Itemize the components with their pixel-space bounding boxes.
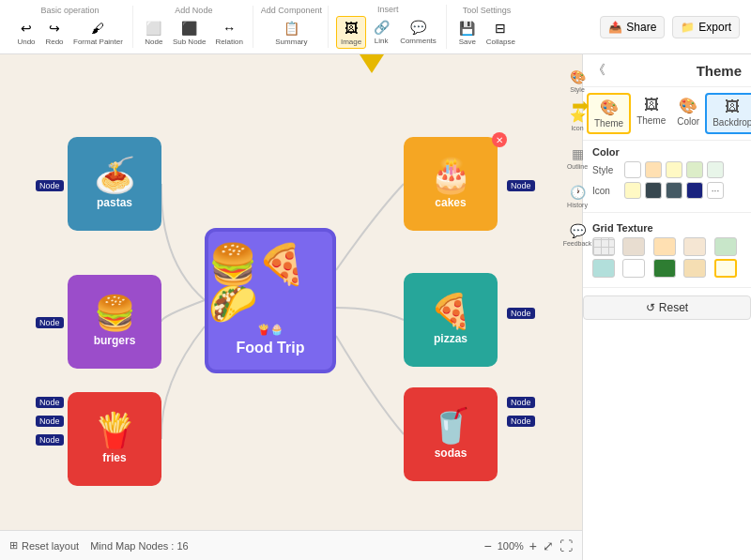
toolbar-group-addnode: Add Node ⬜ Node ⬛ Sub Node ↔ Relation — [135, 6, 253, 48]
image-button[interactable]: 🖼 Image — [336, 16, 366, 49]
style-swatch-2[interactable] — [666, 161, 682, 178]
style-side-icon[interactable]: 🎨 Style — [570, 69, 586, 93]
status-node-count: Mind Map Nodes : 16 — [90, 540, 189, 552]
pizzas-node[interactable]: 🍕 pizzas — [404, 273, 498, 367]
share-button[interactable]: 📤 Share — [600, 16, 665, 38]
share-icon: 📤 — [608, 21, 622, 34]
save-button[interactable]: 💾 Save — [454, 17, 481, 48]
style-swatch-3[interactable] — [686, 161, 703, 178]
theme-tab-label: Theme — [594, 118, 623, 129]
theme2-tab-label: Theme — [636, 115, 666, 126]
style-swatch-4[interactable] — [707, 161, 724, 178]
texture-swatch-4[interactable] — [714, 237, 737, 256]
save-label: Save — [459, 38, 476, 46]
cakes-emoji: 🎂 — [430, 159, 472, 192]
link-button[interactable]: 🔗 Link — [368, 16, 394, 49]
central-node[interactable]: 🍔🍕🌮 🍟🧁 Food Trip — [205, 228, 336, 373]
undo-button[interactable]: ↩ Undo — [13, 17, 39, 48]
node-badge-fries1[interactable]: Node — [36, 397, 64, 408]
canvas: 🍝 pastas 🍔 burgers 🍟 fries 🍔🍕🌮 🍟🧁 Food T… — [0, 54, 582, 560]
style-icon-label: Style — [570, 86, 585, 93]
style-swatch-0[interactable] — [624, 161, 641, 178]
node-badge-sodas1[interactable]: Node — [507, 397, 535, 408]
icon-swatch-0[interactable] — [624, 182, 641, 199]
style-label: Style — [592, 165, 621, 175]
export-label: Export — [698, 21, 731, 34]
texture-swatch-0[interactable] — [592, 237, 615, 256]
toolbar-group-tools-label: Tool Settings — [463, 6, 512, 15]
toolbar-group-addnode-label: Add Node — [175, 6, 212, 15]
node-badge-fries2[interactable]: Node — [36, 416, 64, 427]
pizzas-label: pizzas — [434, 332, 467, 345]
fit-view-icon[interactable]: ⤢ — [543, 538, 554, 553]
undo-label: Undo — [17, 38, 35, 46]
sodas-node[interactable]: 🥤 sodas — [404, 387, 498, 481]
zoom-level: 100% — [498, 540, 524, 552]
texture-swatch-5[interactable] — [592, 259, 615, 278]
grid-texture-title: Grid Texture — [592, 222, 742, 234]
node-button[interactable]: ⬜ Node — [141, 17, 167, 48]
texture-swatch-1[interactable] — [622, 237, 645, 256]
sub-node-button[interactable]: ⬛ Sub Node — [169, 17, 210, 48]
side-icons: 🎨 Style ⭐ Icon ▦ Outline 🕐 History 💬 Fee… — [567, 54, 588, 247]
fullscreen-icon[interactable]: ⛶ — [559, 538, 573, 553]
zoom-out-button[interactable]: − — [483, 538, 491, 553]
texture-swatch-8[interactable] — [683, 259, 706, 278]
theme-tab-icon: 🎨 — [600, 98, 619, 116]
export-button[interactable]: 📁 Export — [672, 16, 740, 38]
export-icon: 📁 — [681, 21, 695, 34]
panel-collapse-button[interactable]: 《 — [592, 62, 605, 79]
node-badge-cakes[interactable]: Node — [507, 180, 535, 191]
sub-node-label: Sub Node — [173, 38, 207, 46]
zoom-control: − 100% + ⤢ ⛶ — [483, 538, 573, 553]
tab-theme2[interactable]: 🖼 Theme — [631, 93, 671, 134]
collapse-label: Collapse — [486, 38, 515, 46]
format-painter-button[interactable]: 🖌 Format Painter — [69, 17, 127, 48]
pizzas-emoji: 🍕 — [430, 295, 472, 328]
node-badge-pizzas[interactable]: Node — [507, 308, 535, 319]
reset-layout-icon: ⊞ — [9, 539, 18, 552]
history-icon-label: History — [567, 202, 588, 208]
texture-swatch-7[interactable] — [653, 259, 676, 278]
burgers-node[interactable]: 🍔 burgers — [68, 275, 161, 369]
color-tab-label: Color — [677, 116, 699, 127]
relation-button[interactable]: ↔ Relation — [212, 17, 247, 48]
texture-swatch-6[interactable] — [622, 259, 645, 278]
pastas-node[interactable]: 🍝 pastas — [68, 137, 161, 231]
zoom-in-button[interactable]: + — [529, 538, 537, 553]
reset-button[interactable]: ↺ Reset — [583, 295, 751, 320]
node-badge-sodas2[interactable]: Node — [507, 416, 535, 427]
icon-swatch-2[interactable] — [666, 182, 682, 199]
icon-swatch-1[interactable] — [645, 182, 662, 199]
fries-node[interactable]: 🍟 fries — [68, 392, 161, 486]
status-reset-layout[interactable]: ⊞ Reset layout — [9, 539, 79, 552]
format-painter-icon: 🖌 — [88, 19, 107, 38]
texture-swatch-2[interactable] — [653, 237, 676, 256]
outline-side-icon[interactable]: ▦ Outline — [567, 146, 588, 170]
feedback-side-icon[interactable]: 💬 Feedback — [563, 223, 592, 247]
collapse-button[interactable]: ⊟ Collapse — [483, 17, 519, 48]
node-badge-burgers[interactable]: Node — [36, 317, 64, 328]
icon-swatch-3[interactable] — [686, 182, 703, 199]
node-badge-fries3[interactable]: Node — [36, 434, 64, 446]
header-right: 📤 Share 📁 Export — [582, 0, 751, 54]
comments-button[interactable]: 💬 Comments — [396, 16, 440, 49]
summary-button[interactable]: 📋 Summary — [271, 17, 311, 48]
sub-node-icon: ⬛ — [180, 19, 199, 38]
cakes-close-button[interactable]: ✕ — [492, 132, 507, 147]
cakes-label: cakes — [435, 196, 466, 209]
redo-button[interactable]: ↪ Redo — [41, 17, 68, 48]
node-badge-pastas[interactable]: Node — [36, 180, 64, 191]
history-side-icon[interactable]: 🕐 History — [567, 185, 588, 208]
texture-swatch-3[interactable] — [683, 237, 706, 256]
tab-color[interactable]: 🎨 Color — [671, 93, 705, 134]
image-icon: 🖼 — [342, 19, 360, 38]
tab-backdrop[interactable]: 🖼 Backdrop — [705, 93, 751, 134]
outline-icon-label: Outline — [567, 163, 588, 170]
image-label: Image — [341, 38, 361, 46]
cakes-node[interactable]: 🎂 cakes — [404, 137, 498, 231]
style-swatch-1[interactable] — [645, 161, 662, 178]
tab-theme[interactable]: 🎨 Theme — [587, 93, 631, 134]
texture-swatch-9[interactable] — [714, 259, 737, 278]
icon-swatch-more[interactable]: ··· — [707, 182, 724, 199]
